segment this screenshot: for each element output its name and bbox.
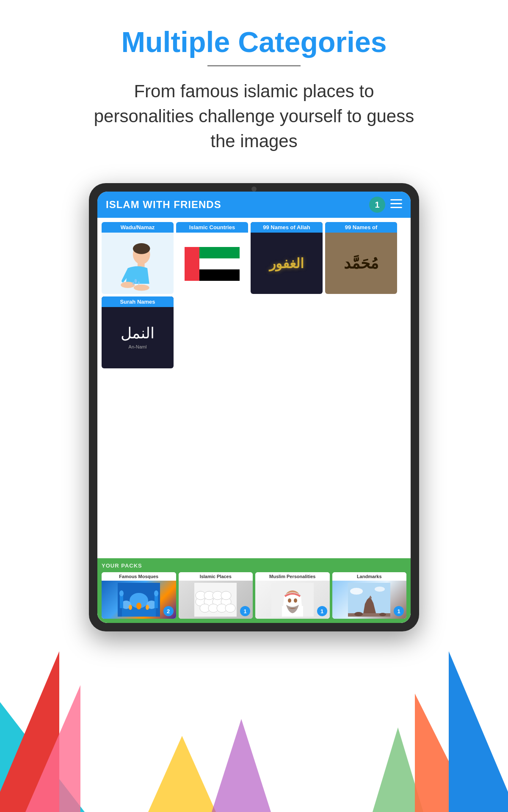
category-label-wadu: Wadu/Namaz xyxy=(102,222,174,233)
svg-point-27 xyxy=(146,605,149,610)
svg-point-10 xyxy=(133,282,134,285)
svg-rect-13 xyxy=(199,258,240,269)
triangle-blue xyxy=(449,651,508,812)
category-image-muhammad: مُحَمَّد xyxy=(325,222,397,294)
svg-point-47 xyxy=(350,588,363,595)
pack-label-places: Islamic Places xyxy=(179,572,253,581)
svg-point-25 xyxy=(136,603,141,609)
svg-point-24 xyxy=(154,590,158,596)
tablet-camera xyxy=(251,187,257,192)
surah-subtitle-text: An-Naml xyxy=(129,344,147,349)
header-controls: 1 xyxy=(369,197,402,213)
category-label-allah: 99 Names of Allah xyxy=(251,222,323,233)
triangle-yellow xyxy=(148,736,216,812)
svg-point-22 xyxy=(119,590,124,596)
svg-point-45 xyxy=(294,598,297,603)
category-image-countries xyxy=(176,222,248,294)
pack-image-personalities: 1 xyxy=(255,581,330,619)
svg-point-8 xyxy=(135,279,137,283)
svg-point-48 xyxy=(375,587,385,592)
category-islamic-countries[interactable]: Islamic Countries xyxy=(176,222,248,294)
tablet: ISLAM WITH FRIENDS 1 xyxy=(89,183,419,631)
category-label-surah: Surah Names xyxy=(102,296,174,307)
category-99-names-allah[interactable]: 99 Names of Allah الغفور xyxy=(251,222,323,294)
pack-famous-mosques[interactable]: Famous Mosques xyxy=(102,572,176,619)
category-99-names-muhammad[interactable]: 99 Names of مُحَمَّد xyxy=(325,222,397,294)
packs-section: YOUR PACKS Famous Mosques xyxy=(97,558,411,623)
pack-badge-places: 1 xyxy=(240,606,250,616)
category-image-allah: الغفور xyxy=(251,222,323,294)
subtitle: From famous islamic places to personalit… xyxy=(85,79,423,154)
svg-point-50 xyxy=(354,612,363,616)
svg-point-40 xyxy=(221,591,231,600)
categories-grid: Wadu/Namaz xyxy=(97,218,411,373)
packs-title: YOUR PACKS xyxy=(102,562,406,569)
svg-rect-1 xyxy=(390,203,402,204)
triangle-pink xyxy=(25,685,80,812)
category-wadu-namaz[interactable]: Wadu/Namaz xyxy=(102,222,174,294)
tablet-screen: ISLAM WITH FRIENDS 1 xyxy=(97,192,411,623)
tablet-wrapper: ISLAM WITH FRIENDS 1 xyxy=(0,183,508,631)
triangle-purple xyxy=(212,719,271,812)
pack-label-personalities: Muslim Personalities xyxy=(255,572,330,581)
category-label-muhammad: 99 Names of xyxy=(325,222,397,233)
category-image-wadu xyxy=(102,222,174,294)
svg-point-26 xyxy=(129,605,132,610)
category-label-countries: Islamic Countries xyxy=(176,222,248,233)
muhammad-arabic-text: مُحَمَّد xyxy=(344,255,378,272)
pack-badge-personalities: 1 xyxy=(317,606,327,616)
top-section: Multiple Categories From famous islamic … xyxy=(0,0,508,166)
svg-rect-2 xyxy=(390,207,402,208)
app-name: ISLAM WITH FRIENDS xyxy=(106,199,221,211)
main-title: Multiple Categories xyxy=(34,25,474,58)
svg-point-7 xyxy=(134,285,149,291)
svg-rect-0 xyxy=(390,199,402,200)
pack-image-places: 1 xyxy=(179,581,253,619)
title-divider xyxy=(207,65,301,66)
svg-rect-12 xyxy=(199,247,240,258)
svg-point-4 xyxy=(133,243,150,254)
pack-badge-landmarks: 1 xyxy=(394,606,404,616)
pack-badge-mosques: 2 xyxy=(163,606,174,616)
app-header: ISLAM WITH FRIENDS 1 xyxy=(97,192,411,218)
app-content: Wadu/Namaz xyxy=(97,218,411,623)
category-image-surah: النمل An-Naml xyxy=(102,296,174,368)
pack-label-mosques: Famous Mosques xyxy=(102,572,176,581)
background-triangles xyxy=(0,634,508,812)
pack-landmarks[interactable]: Landmarks xyxy=(332,572,407,619)
menu-icon[interactable] xyxy=(390,198,402,211)
category-surah-names[interactable]: Surah Names النمل An-Naml xyxy=(102,296,174,368)
allah-arabic-text: الغفور xyxy=(269,255,304,272)
svg-point-44 xyxy=(288,598,291,603)
svg-point-9 xyxy=(138,282,140,285)
pack-label-landmarks: Landmarks xyxy=(332,572,407,581)
pack-islamic-places[interactable]: Islamic Places xyxy=(179,572,253,619)
main-title-plain: Multiple xyxy=(121,26,230,58)
packs-grid: Famous Mosques xyxy=(102,572,406,619)
notification-badge[interactable]: 1 xyxy=(369,197,385,213)
svg-rect-11 xyxy=(185,247,199,281)
main-title-accent: Categories xyxy=(238,26,387,58)
svg-point-36 xyxy=(225,604,235,612)
empty-space xyxy=(97,373,411,558)
pack-image-landmarks: 1 xyxy=(332,581,407,619)
svg-point-51 xyxy=(379,613,386,616)
pack-image-mosques: 2 xyxy=(102,581,176,619)
pack-muslim-personalities[interactable]: Muslim Personalities xyxy=(255,572,330,619)
svg-rect-14 xyxy=(199,269,240,281)
surah-arabic-text: النمل xyxy=(121,324,155,342)
